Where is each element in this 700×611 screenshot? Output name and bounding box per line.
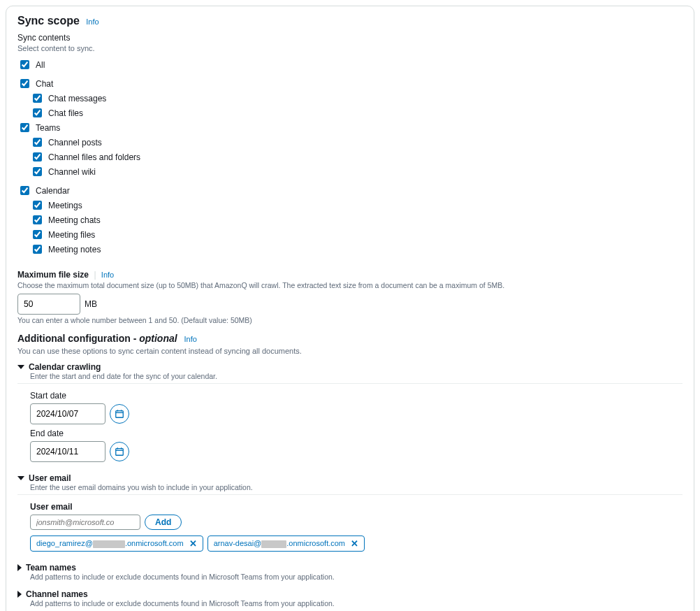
label-all: All	[36, 60, 45, 70]
team-names-label: Team names	[26, 563, 76, 573]
calendar-crawling-desc: Enter the start and end date for the syn…	[30, 372, 683, 380]
sync-contents-desc: Select content to sync.	[17, 44, 683, 52]
max-file-size-label: Maximum file size	[17, 270, 89, 280]
additional-config-optional: optional	[139, 333, 177, 344]
caret-right-icon	[17, 564, 22, 571]
team-names-desc: Add patterns to include or exclude docum…	[30, 573, 683, 581]
sync-scope-info-link[interactable]: Info	[86, 17, 99, 26]
redacted-text	[93, 540, 125, 548]
user-email-desc: Enter the user email domains you wish to…	[30, 483, 683, 491]
svg-rect-4	[116, 449, 124, 456]
max-file-size-desc: Choose the maximum total document size (…	[17, 281, 683, 289]
checkbox-meeting-chats[interactable]	[33, 215, 42, 224]
email-tag-2: arnav-desai@.onmicrosoft.com ✕	[207, 535, 365, 552]
expander-user-email[interactable]: User email	[17, 473, 683, 483]
additional-config-info-link[interactable]: Info	[184, 335, 197, 343]
sync-scope-title: Sync scope	[17, 15, 80, 27]
label-channel-files-folders: Channel files and folders	[48, 152, 140, 162]
end-date-label: End date	[30, 429, 683, 438]
label-meetings: Meetings	[48, 201, 82, 210]
email-tag-1-prefix: diego_ramirez@	[36, 539, 93, 547]
label-channel-posts: Channel posts	[48, 138, 102, 148]
max-file-size-info-link[interactable]: Info	[101, 271, 114, 279]
end-date-input[interactable]	[30, 441, 105, 462]
label-calendar: Calendar	[36, 186, 70, 196]
svg-rect-0	[116, 411, 124, 418]
expander-channel-names[interactable]: Channel names	[17, 589, 683, 599]
label-chat-files: Chat files	[48, 108, 83, 118]
add-button[interactable]: Add	[145, 515, 182, 530]
start-date-label: Start date	[30, 391, 683, 401]
user-email-input[interactable]	[30, 515, 140, 530]
max-file-size-input[interactable]	[17, 294, 80, 315]
label-meeting-chats: Meeting chats	[48, 215, 101, 225]
calendar-icon	[115, 447, 124, 457]
caret-right-icon	[17, 591, 22, 598]
checkbox-channel-wiki[interactable]	[33, 167, 42, 176]
email-tag-1: diego_ramirez@.onmicrosoft.com ✕	[30, 535, 203, 552]
expander-team-names[interactable]: Team names	[17, 563, 683, 573]
additional-config-title: Additional configuration -	[17, 333, 139, 344]
checkbox-channel-files-folders[interactable]	[33, 152, 42, 161]
email-tag-2-suffix: .onmicrosoft.com	[286, 539, 345, 547]
sync-contents-heading: Sync contents	[17, 33, 683, 43]
checkbox-channel-posts[interactable]	[33, 138, 42, 147]
additional-config-desc: You can use these options to sync certai…	[17, 347, 683, 355]
remove-tag-2-button[interactable]: ✕	[351, 538, 358, 549]
checkbox-chat[interactable]	[20, 79, 29, 88]
checkbox-calendar[interactable]	[20, 186, 29, 195]
max-file-size-hint: You can enter a whole number between 1 a…	[17, 316, 683, 324]
user-email-field-label: User email	[30, 502, 683, 512]
label-channel-wiki: Channel wiki	[48, 167, 96, 177]
start-date-calendar-button[interactable]	[110, 404, 129, 424]
caret-down-icon	[17, 365, 24, 369]
checkbox-chat-messages[interactable]	[33, 94, 42, 103]
label-chat-messages: Chat messages	[48, 94, 106, 103]
sync-scope-panel: Sync scope Info Sync contents Select con…	[6, 6, 694, 611]
caret-down-icon	[17, 476, 24, 480]
start-date-input[interactable]	[30, 403, 105, 424]
checkbox-teams[interactable]	[20, 123, 29, 132]
calendar-crawling-label: Calendar crawling	[29, 362, 101, 372]
remove-tag-1-button[interactable]: ✕	[189, 538, 197, 549]
label-chat: Chat	[36, 79, 53, 89]
label-meeting-files: Meeting files	[48, 230, 95, 240]
checkbox-meetings[interactable]	[33, 201, 42, 210]
end-date-calendar-button[interactable]	[110, 442, 129, 461]
channel-names-label: Channel names	[26, 589, 88, 599]
channel-names-desc: Add patterns to include or exclude docum…	[30, 599, 683, 608]
checkbox-meeting-files[interactable]	[33, 230, 42, 239]
redacted-text	[261, 540, 286, 548]
email-tag-1-suffix: .onmicrosoft.com	[125, 539, 184, 547]
checkbox-all[interactable]	[20, 60, 29, 69]
email-tag-2-prefix: arnav-desai@	[214, 539, 262, 547]
expander-calendar-crawling[interactable]: Calendar crawling	[17, 362, 683, 372]
label-teams: Teams	[36, 123, 60, 133]
checkbox-meeting-notes[interactable]	[33, 245, 42, 254]
calendar-icon	[115, 409, 124, 419]
label-meeting-notes: Meeting notes	[48, 245, 101, 254]
mb-unit-label: MB	[85, 299, 97, 309]
checkbox-chat-files[interactable]	[33, 108, 42, 117]
user-email-label: User email	[29, 473, 71, 483]
